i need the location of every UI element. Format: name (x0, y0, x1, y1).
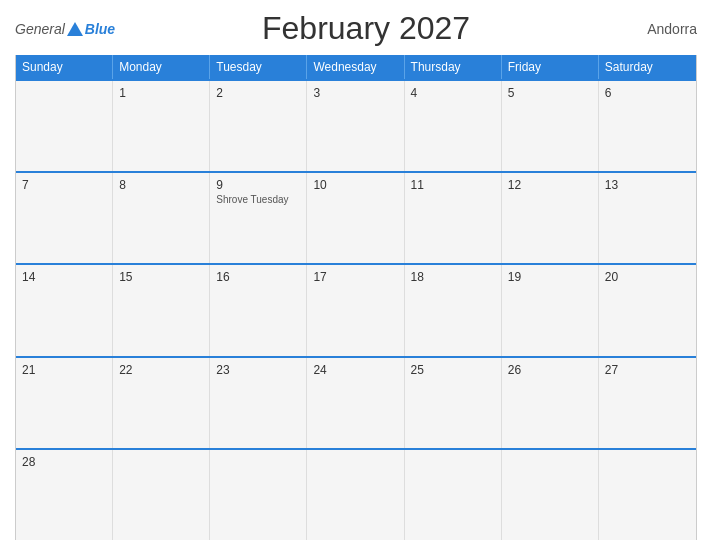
day-cell-11: 11 (405, 173, 502, 263)
day-cell-23: 23 (210, 358, 307, 448)
header-friday: Friday (502, 55, 599, 79)
day-cell-empty-4 (307, 450, 404, 540)
day-cell-6: 6 (599, 81, 696, 171)
day-cell-24: 24 (307, 358, 404, 448)
day-cell-9: 9 Shrove Tuesday (210, 173, 307, 263)
day-cell-18: 18 (405, 265, 502, 355)
week-row-2: 7 8 9 Shrove Tuesday 10 11 12 13 (16, 171, 696, 263)
header-sunday: Sunday (16, 55, 113, 79)
day-cell-14: 14 (16, 265, 113, 355)
week-row-4: 21 22 23 24 25 26 27 (16, 356, 696, 448)
day-cell-17: 17 (307, 265, 404, 355)
week-row-5: 28 (16, 448, 696, 540)
calendar-weeks: 1 2 3 4 5 6 7 8 9 Shrove Tuesday 10 11 1… (16, 79, 696, 540)
calendar-title: February 2027 (115, 10, 617, 47)
day-cell-16: 16 (210, 265, 307, 355)
header-thursday: Thursday (405, 55, 502, 79)
day-cell-13: 13 (599, 173, 696, 263)
day-cell-3: 3 (307, 81, 404, 171)
logo-general: General (15, 21, 65, 37)
calendar-container: General Blue February 2027 Andorra Sunda… (0, 0, 712, 550)
day-cell-20: 20 (599, 265, 696, 355)
day-cell-7: 7 (16, 173, 113, 263)
day-cell-21: 21 (16, 358, 113, 448)
day-cell-1: 1 (113, 81, 210, 171)
country-label: Andorra (617, 21, 697, 37)
day-cell-empty-5 (405, 450, 502, 540)
day-cell-empty-3 (210, 450, 307, 540)
header-saturday: Saturday (599, 55, 696, 79)
day-headers-row: Sunday Monday Tuesday Wednesday Thursday… (16, 55, 696, 79)
day-cell-19: 19 (502, 265, 599, 355)
day-cell-25: 25 (405, 358, 502, 448)
header-wednesday: Wednesday (307, 55, 404, 79)
day-cell-empty-2 (113, 450, 210, 540)
header-tuesday: Tuesday (210, 55, 307, 79)
day-cell-27: 27 (599, 358, 696, 448)
calendar-header: General Blue February 2027 Andorra (15, 10, 697, 47)
day-cell-empty-7 (599, 450, 696, 540)
logo-triangle-icon (67, 22, 83, 36)
week-row-3: 14 15 16 17 18 19 20 (16, 263, 696, 355)
logo: General Blue (15, 21, 115, 37)
day-cell-empty-6 (502, 450, 599, 540)
day-cell-4: 4 (405, 81, 502, 171)
day-cell-5: 5 (502, 81, 599, 171)
week-row-1: 1 2 3 4 5 6 (16, 79, 696, 171)
day-cell-10: 10 (307, 173, 404, 263)
logo-blue: Blue (85, 21, 115, 37)
day-cell-8: 8 (113, 173, 210, 263)
day-cell-15: 15 (113, 265, 210, 355)
day-cell-22: 22 (113, 358, 210, 448)
calendar-grid: Sunday Monday Tuesday Wednesday Thursday… (15, 55, 697, 540)
day-cell-12: 12 (502, 173, 599, 263)
day-cell-2: 2 (210, 81, 307, 171)
day-cell-28: 28 (16, 450, 113, 540)
header-monday: Monday (113, 55, 210, 79)
day-cell-26: 26 (502, 358, 599, 448)
day-cell-empty (16, 81, 113, 171)
shrove-tuesday-event: Shrove Tuesday (216, 194, 300, 205)
